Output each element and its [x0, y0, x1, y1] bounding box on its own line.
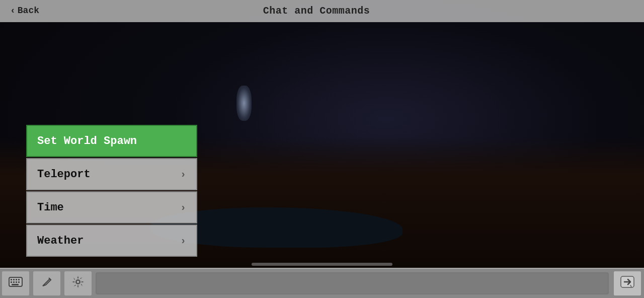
svg-rect-7	[16, 281, 17, 283]
gear-button[interactable]	[63, 270, 93, 296]
menu-item-time[interactable]: Time ›	[26, 191, 197, 224]
svg-rect-4	[18, 279, 20, 280]
pencil-icon	[41, 276, 53, 291]
chat-input[interactable]	[96, 272, 609, 294]
keyboard-icon	[9, 277, 23, 290]
back-button[interactable]: ‹ Back	[0, 0, 49, 21]
back-chevron-icon: ‹	[10, 6, 16, 16]
menu-item-label: Set World Spawn	[37, 135, 137, 147]
command-menu: Set World Spawn Teleport › Time › Weathe…	[26, 125, 197, 258]
header-bar: ‹ Back Chat and Commands	[0, 0, 644, 22]
menu-item-weather[interactable]: Weather ›	[26, 225, 197, 257]
menu-item-set-world-spawn[interactable]: Set World Spawn	[26, 125, 197, 157]
keyboard-button[interactable]	[1, 270, 30, 296]
send-icon	[620, 276, 634, 291]
menu-item-label: Teleport	[37, 168, 91, 181]
chevron-right-icon: ›	[180, 202, 186, 213]
gear-icon	[71, 275, 85, 292]
page-title: Chat and Commands	[49, 5, 584, 17]
svg-rect-8	[18, 281, 20, 283]
svg-rect-3	[16, 279, 17, 280]
menu-item-label: Time	[37, 201, 64, 214]
send-button[interactable]	[613, 270, 642, 296]
player-figure	[236, 86, 252, 121]
svg-rect-1	[11, 279, 12, 280]
svg-rect-5	[11, 281, 12, 283]
chevron-right-icon: ›	[180, 169, 186, 180]
pencil-button[interactable]	[32, 270, 61, 296]
scroll-indicator	[252, 263, 392, 266]
svg-point-11	[76, 280, 79, 283]
menu-item-teleport[interactable]: Teleport ›	[26, 158, 197, 190]
chevron-right-icon: ›	[180, 235, 186, 247]
back-label: Back	[18, 6, 39, 16]
bottom-toolbar	[0, 268, 644, 298]
svg-rect-6	[13, 281, 15, 283]
svg-rect-9	[12, 284, 19, 285]
menu-item-label: Weather	[37, 235, 84, 247]
svg-rect-2	[13, 279, 15, 280]
